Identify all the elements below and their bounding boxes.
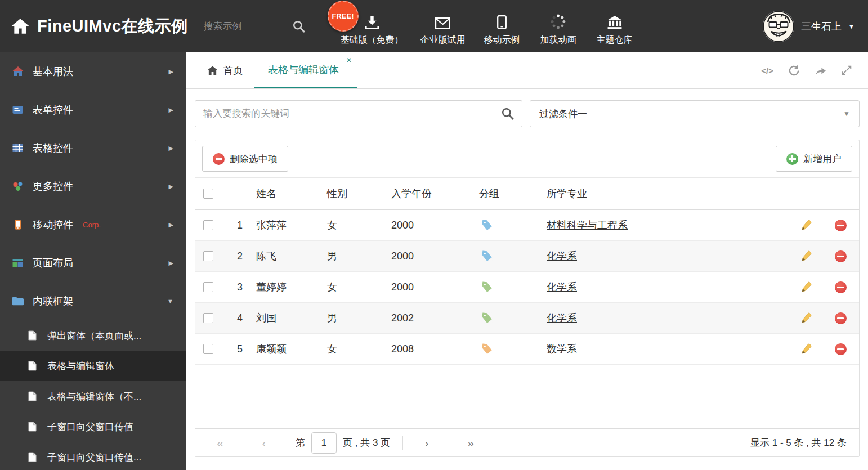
add-user-button[interactable]: 新增用户 — [776, 146, 852, 172]
bank-icon — [607, 12, 622, 29]
tab-home[interactable]: 首页 — [196, 52, 254, 88]
row-number: 4 — [221, 312, 252, 324]
sidebar: 基本用法 ▶ 表单控件 ▶ 表格控件 ▶ 更多控件 ▶ — [0, 52, 186, 470]
major-link[interactable]: 材料科学与工程系 — [547, 218, 628, 232]
delete-button[interactable] — [835, 250, 847, 262]
sidebar-item-basic-usage[interactable]: 基本用法 ▶ — [0, 52, 186, 91]
close-icon[interactable]: ✕ — [346, 56, 352, 64]
edit-button[interactable] — [800, 220, 812, 231]
select-all-checkbox[interactable] — [203, 189, 213, 199]
pager-prev-button[interactable]: ‹ — [252, 436, 276, 450]
pager-next-button[interactable]: › — [414, 436, 439, 450]
nav-theme-repository[interactable]: 主题仓库 — [587, 0, 643, 52]
code-icon[interactable]: </> — [761, 66, 773, 75]
house-icon — [12, 66, 24, 77]
column-header-gender[interactable]: 性别 — [323, 187, 387, 200]
delete-selected-button[interactable]: 删除选中项 — [202, 146, 288, 172]
edit-button[interactable] — [800, 312, 812, 324]
top-header: FineUIMvc在线示例 FREE! 基础版（免费） 企业版试用 — [0, 0, 868, 52]
column-header-year[interactable]: 入学年份 — [387, 187, 475, 200]
nav-enterprise-trial[interactable]: 企业版试用 — [412, 0, 474, 52]
corp-badge: Corp. — [83, 221, 101, 229]
filter-dropdown[interactable]: 过滤条件一 ▼ — [530, 100, 860, 127]
major-link[interactable]: 数学系 — [547, 342, 577, 356]
envelope-icon — [435, 12, 450, 29]
row-checkbox[interactable] — [203, 313, 213, 323]
delete-button[interactable] — [835, 281, 847, 293]
page-suffix: 页 , 共 3 页 — [343, 436, 390, 449]
column-header-name[interactable]: 姓名 — [252, 187, 323, 200]
avatar[interactable] — [763, 11, 794, 42]
spinner-icon — [551, 12, 566, 29]
sidebar-subitem-grid-edit-window[interactable]: 表格与编辑窗体 — [0, 351, 186, 381]
home-icon — [207, 66, 218, 75]
chevron-right-icon: ▶ — [169, 145, 173, 152]
major-link[interactable]: 化学系 — [547, 311, 577, 325]
minus-circle-icon — [835, 312, 847, 324]
pager-last-button[interactable]: » — [458, 436, 483, 450]
cell-year: 2000 — [387, 250, 475, 262]
nav-label: 主题仓库 — [597, 34, 633, 46]
sidebar-subitem-grid-edit-window-2[interactable]: 表格与编辑窗体（不... — [0, 381, 186, 411]
table-row[interactable]: 5 康颖颖 女 2008 数学系 — [195, 334, 859, 365]
file-icon — [28, 452, 40, 462]
expand-icon[interactable] — [841, 65, 852, 76]
table-row[interactable]: 3 董婷婷 女 2000 化学系 — [195, 272, 859, 303]
pager-divider — [402, 436, 403, 450]
edit-button[interactable] — [800, 250, 812, 262]
delete-button[interactable] — [835, 220, 847, 231]
nav-basic-edition[interactable]: FREE! 基础版（免费） — [332, 0, 412, 52]
sidebar-subitem-child-to-parent-2[interactable]: 子窗口向父窗口传值... — [0, 442, 186, 470]
nav-mobile-demo[interactable]: 移动示例 — [474, 0, 530, 52]
column-header-major[interactable]: 所学专业 — [542, 187, 790, 200]
keyword-search-input[interactable] — [203, 108, 502, 119]
pager-first-button[interactable]: « — [208, 436, 232, 450]
shapes-icon — [12, 181, 24, 191]
column-header-group[interactable]: 分组 — [475, 187, 542, 200]
sidebar-item-page-layout[interactable]: 页面布局 ▶ — [0, 244, 186, 282]
row-checkbox[interactable] — [203, 220, 213, 230]
sidebar-item-label: 更多控件 — [33, 180, 73, 193]
free-badge: FREE! — [328, 1, 359, 32]
brand[interactable]: FineUIMvc在线示例 — [0, 15, 188, 38]
edit-button[interactable] — [800, 343, 812, 355]
row-checkbox[interactable] — [203, 251, 213, 261]
minus-circle-icon — [835, 250, 847, 262]
tab-grid-edit-window[interactable]: 表格与编辑窗体 ✕ — [254, 52, 357, 88]
sidebar-subitem-child-to-parent[interactable]: 子窗口向父窗口传值 — [0, 411, 186, 442]
nav-label: 加载动画 — [540, 34, 576, 46]
header-search-input[interactable] — [204, 21, 287, 32]
download-icon — [365, 12, 379, 29]
mobile-icon — [497, 12, 507, 29]
delete-button[interactable] — [835, 312, 847, 324]
caret-down-icon: ▼ — [848, 23, 854, 30]
sidebar-item-more-controls[interactable]: 更多控件 ▶ — [0, 167, 186, 205]
sidebar-item-form-controls[interactable]: 表单控件 ▶ — [0, 91, 186, 129]
sidebar-item-grid-controls[interactable]: 表格控件 ▶ — [0, 129, 186, 167]
chevron-right-icon: ▶ — [169, 259, 173, 267]
major-link[interactable]: 化学系 — [547, 249, 577, 263]
search-icon[interactable] — [293, 20, 305, 33]
edit-button[interactable] — [800, 281, 812, 293]
search-icon[interactable] — [502, 108, 514, 120]
table-row[interactable]: 4 刘国 男 2002 化学系 — [195, 303, 859, 334]
delete-button[interactable] — [835, 343, 847, 355]
sidebar-item-inline-frame[interactable]: 内联框架 ▼ — [0, 282, 186, 320]
major-link[interactable]: 化学系 — [547, 280, 577, 294]
page-number-input[interactable] — [311, 432, 337, 454]
cell-name: 陈飞 — [252, 249, 323, 263]
table-row[interactable]: 1 张萍萍 女 2000 材料科学与工程系 — [195, 210, 859, 241]
sidebar-item-mobile-controls[interactable]: 移动控件 Corp. ▶ — [0, 205, 186, 244]
form-icon — [12, 105, 24, 115]
cell-gender: 男 — [323, 311, 387, 325]
row-checkbox[interactable] — [203, 282, 213, 292]
user-menu[interactable]: 三生石上 ▼ — [763, 11, 868, 42]
sidebar-subitem-popup-window[interactable]: 弹出窗体（本页面或... — [0, 320, 186, 351]
username: 三生石上 — [801, 20, 842, 33]
table-row[interactable]: 2 陈飞 男 2000 化学系 — [195, 241, 859, 272]
tag-icon — [481, 343, 493, 355]
nav-loading-animation[interactable]: 加载动画 — [530, 0, 587, 52]
refresh-icon[interactable] — [788, 65, 800, 77]
row-checkbox[interactable] — [203, 344, 213, 354]
share-icon[interactable] — [815, 65, 826, 76]
